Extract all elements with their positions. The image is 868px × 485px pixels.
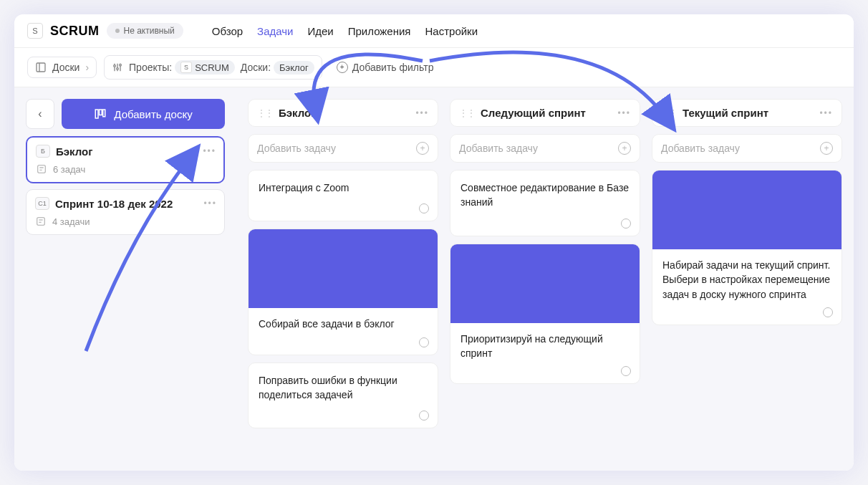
filter-projects-label: Проекты: — [129, 62, 172, 73]
column-title: Текущий спринт — [683, 107, 814, 119]
filter-project-badge: S — [180, 62, 192, 73]
nav-tasks[interactable]: Задачи — [257, 25, 293, 37]
filter-project-value: SCRUM — [195, 62, 229, 73]
board-title: Спринт 10-18 дек 2022 — [55, 198, 173, 210]
nav-settings[interactable]: Настройки — [425, 25, 478, 37]
more-menu-icon[interactable]: ••• — [203, 198, 217, 208]
task-card[interactable]: Собирай все задачи в бэклог — [248, 229, 438, 355]
sidebar: ‹ Добавить доску Б Бэклог 6 задач — [14, 87, 236, 471]
board-chip: Б — [36, 145, 50, 158]
status-label: Не активный — [124, 26, 175, 36]
back-button[interactable]: ‹ — [26, 99, 54, 129]
plus-circle-icon[interactable]: + — [416, 142, 429, 155]
drag-handle-icon[interactable]: ⋮⋮ — [459, 108, 475, 118]
more-menu-icon[interactable]: ••• — [203, 146, 216, 156]
task-card[interactable]: Интеграция с Zoom — [248, 170, 438, 221]
svg-rect-11 — [38, 165, 46, 173]
board-chip: С1 — [35, 197, 49, 210]
drag-handle-icon[interactable]: ⋮⋮ — [661, 108, 677, 118]
svg-point-5 — [114, 65, 116, 67]
sidebar-board-backlog[interactable]: Б Бэклог 6 задач ••• — [26, 136, 225, 183]
filter-boards-label: Доски: — [241, 62, 271, 73]
board-title: Бэклог — [56, 145, 93, 158]
add-task-input[interactable]: Добавить задачу + — [450, 134, 640, 163]
card-text: Собирай все задачи в бэклог — [249, 308, 438, 354]
sidebar-top: ‹ Добавить доску — [26, 99, 225, 129]
card-text: Набирай задачи на текущий спринт. Выбери… — [652, 249, 842, 325]
status-dot-icon — [115, 29, 120, 33]
chevron-left-icon: ‹ — [38, 107, 42, 120]
plus-circle-icon[interactable]: + — [618, 142, 631, 155]
column-backlog: ⋮⋮ Бэклог ••• Добавить задачу + Интеграц… — [248, 99, 438, 459]
column-header[interactable]: ⋮⋮ Текущий спринт ••• — [652, 99, 842, 127]
add-task-input[interactable]: Добавить задачу + — [248, 134, 438, 163]
add-task-input[interactable]: Добавить задачу + — [652, 134, 842, 163]
nav-apps[interactable]: Приложения — [348, 25, 411, 37]
filter-box: Проекты: S SCRUM Доски: Бэклог — [104, 55, 322, 80]
add-task-placeholder: Добавить задачу — [257, 143, 336, 154]
plus-circle-icon: + — [337, 62, 348, 73]
tasks-icon — [35, 216, 47, 227]
svg-rect-14 — [37, 218, 45, 226]
status-pill[interactable]: Не активный — [107, 23, 183, 39]
card-text: Совместное редактирование в Базе знаний — [450, 171, 640, 236]
add-filter-button[interactable]: + Добавить фильтр — [329, 57, 441, 77]
column-header[interactable]: ⋮⋮ Бэклог ••• — [248, 99, 438, 127]
tasks-icon — [36, 163, 47, 175]
plus-circle-icon[interactable]: + — [820, 142, 833, 155]
column-title: Бэклог — [279, 107, 410, 119]
svg-rect-8 — [96, 110, 99, 118]
board-list: Б Бэклог 6 задач ••• С1 Спринт 10-18 дек… — [26, 136, 225, 235]
card-text: Приоритизируй на следующий спринт — [450, 323, 640, 384]
svg-rect-9 — [100, 110, 102, 115]
breadcrumb-boards[interactable]: Доски › — [27, 57, 97, 78]
task-card[interactable]: Поправить ошибки в функции поделиться за… — [248, 362, 438, 429]
column-header[interactable]: ⋮⋮ Следующий спринт ••• — [450, 99, 640, 127]
add-board-button[interactable]: Добавить доску — [62, 99, 225, 129]
app-header: S SCRUM Не активный Обзор Задачи Идеи Пр… — [14, 14, 854, 48]
board-count: 6 задач — [53, 164, 85, 175]
column-title: Следующий спринт — [481, 107, 612, 119]
drag-handle-icon[interactable]: ⋮⋮ — [257, 108, 273, 118]
filter-projects[interactable]: Проекты: S SCRUM — [129, 60, 235, 75]
svg-rect-0 — [37, 63, 45, 72]
card-text: Интеграция с Zoom — [249, 171, 438, 221]
body-area: ‹ Добавить доску Б Бэклог 6 задач — [14, 87, 854, 471]
status-circle-icon[interactable] — [823, 307, 833, 317]
sliders-icon[interactable] — [112, 62, 123, 73]
chevron-right-icon: › — [85, 62, 89, 73]
more-menu-icon[interactable]: ••• — [617, 108, 631, 118]
status-circle-icon[interactable] — [419, 337, 429, 347]
kanban-icon — [94, 107, 107, 120]
main-nav: Обзор Задачи Идеи Приложения Настройки — [212, 25, 478, 37]
card-text: Поправить ошибки в функции поделиться за… — [249, 363, 438, 428]
svg-point-6 — [117, 68, 119, 70]
add-filter-label: Добавить фильтр — [352, 62, 434, 73]
column-next-sprint: ⋮⋮ Следующий спринт ••• Добавить задачу … — [450, 99, 640, 459]
breadcrumb-label: Доски — [52, 62, 79, 73]
svg-point-7 — [120, 64, 122, 66]
card-cover-image — [249, 229, 438, 308]
column-current-sprint: ⋮⋮ Текущий спринт ••• Добавить задачу + … — [652, 99, 842, 459]
project-badge: S — [27, 23, 43, 39]
add-board-label: Добавить доску — [114, 108, 192, 120]
nav-overview[interactable]: Обзор — [212, 25, 243, 37]
card-cover-image — [652, 171, 842, 249]
toolbar: Доски › Проекты: S SCRUM Доски: Бэклог +… — [14, 48, 854, 87]
filter-boards-value: Бэклог — [274, 61, 314, 75]
filter-boards[interactable]: Доски: Бэклог — [241, 61, 314, 75]
board-icon — [35, 62, 47, 73]
board-count: 4 задачи — [52, 216, 90, 227]
more-menu-icon[interactable]: ••• — [415, 108, 429, 118]
status-circle-icon[interactable] — [621, 219, 631, 229]
project-name: SCRUM — [50, 24, 100, 39]
nav-ideas[interactable]: Идеи — [307, 25, 333, 37]
app-window: S SCRUM Не активный Обзор Задачи Идеи Пр… — [14, 14, 854, 471]
task-card[interactable]: Совместное редактирование в Базе знаний — [450, 170, 640, 236]
sidebar-board-sprint[interactable]: С1 Спринт 10-18 дек 2022 4 задачи ••• — [26, 189, 225, 235]
task-card[interactable]: Набирай задачи на текущий спринт. Выбери… — [652, 170, 842, 325]
kanban-columns: ⋮⋮ Бэклог ••• Добавить задачу + Интеграц… — [236, 87, 854, 471]
more-menu-icon[interactable]: ••• — [819, 108, 833, 118]
add-task-placeholder: Добавить задачу — [459, 143, 538, 154]
task-card[interactable]: Приоритизируй на следующий спринт — [450, 244, 640, 385]
